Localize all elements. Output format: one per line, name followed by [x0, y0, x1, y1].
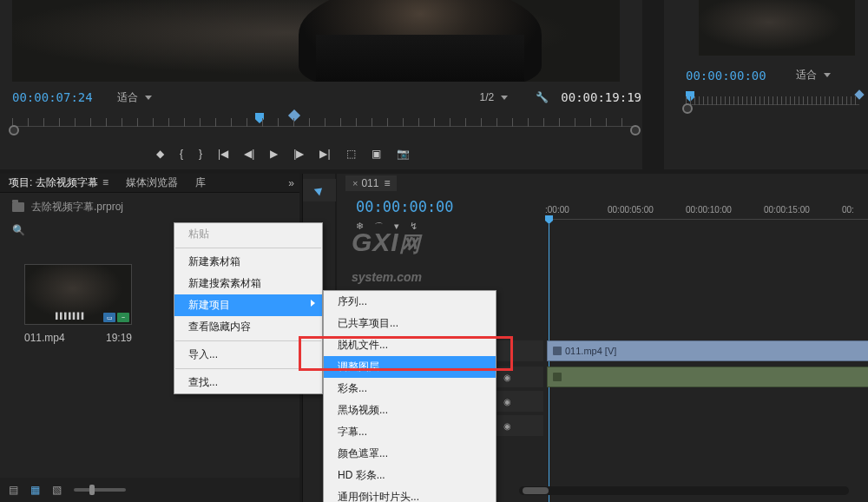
overflow-icon[interactable]: »: [288, 177, 294, 189]
ruler-tick-label: :00:00: [545, 205, 569, 215]
program-video-preview[interactable]: [699, 0, 855, 56]
clip-label: 011.mp4 [V]: [565, 346, 616, 356]
submenu-shared-project[interactable]: 已共享项目...: [324, 313, 496, 334]
insert-icon[interactable]: ⬚: [346, 148, 356, 160]
thumbnail-name: 011.mp4: [24, 332, 65, 344]
icon-view-icon[interactable]: ▦: [30, 484, 40, 496]
overwrite-icon[interactable]: ▣: [372, 148, 381, 160]
source-scroll-right-handle[interactable]: [630, 125, 641, 135]
step-back-icon[interactable]: ◀|: [244, 148, 254, 160]
ruler-tick-label: 00:00:10:00: [686, 205, 732, 215]
tab-project[interactable]: 项目: 去除视频字幕 ≡: [0, 173, 117, 193]
submenu-black-video[interactable]: 黑场视频...: [324, 400, 496, 421]
timeline-ruler[interactable]: :00:00 00:00:05:00 00:00:10:00 00:00:15:…: [545, 205, 868, 228]
submenu-bars[interactable]: 彩条...: [324, 378, 496, 400]
audio-badge-icon: ~: [117, 313, 129, 322]
tab-library[interactable]: 库: [187, 173, 214, 193]
clip-thumbnail[interactable]: ▌▌▌▌▌▌▌ ▭ ~: [24, 264, 132, 325]
audio-clip[interactable]: [547, 367, 868, 387]
play-icon[interactable]: ▶: [270, 148, 278, 160]
menu-new-bin[interactable]: 新建素材箱: [174, 251, 322, 273]
step-forward-icon[interactable]: |▶: [293, 148, 304, 160]
ruler-tick-label: 00:: [842, 205, 854, 215]
source-playback-controls: ◆ { } |◀ ◀| ▶ |▶ ▶| ⬚ ▣ 📷: [156, 148, 410, 160]
source-fit-dropdown[interactable]: 适合: [112, 90, 157, 105]
selection-tool-icon[interactable]: [303, 179, 336, 201]
program-timecode[interactable]: 00:00:00:00: [686, 69, 766, 83]
timeline-timecode[interactable]: 00:00:00:00: [356, 198, 454, 215]
video-badge-icon: ▭: [103, 313, 115, 322]
lower-panel-tabs: 项目: 去除视频字幕 ≡ 媒体浏览器 库 »: [0, 174, 299, 193]
source-ratio-dropdown[interactable]: 1/2: [475, 91, 514, 103]
menu-find[interactable]: 查找...: [174, 372, 322, 393]
submenu-countdown[interactable]: 通用倒计时片头...: [324, 486, 496, 502]
sequence-tab[interactable]: × 011 ≡: [345, 175, 397, 191]
zoom-slider[interactable]: [74, 488, 126, 492]
close-icon[interactable]: ×: [352, 178, 358, 188]
wrench-icon[interactable]: 🔧: [536, 91, 549, 103]
menu-import[interactable]: 导入...: [174, 344, 322, 366]
source-duration: 00:00:19:19: [561, 90, 641, 104]
program-fit-dropdown[interactable]: 适合: [791, 68, 836, 83]
source-timeline-ruler[interactable]: [12, 113, 637, 139]
tab-media-browser[interactable]: 媒体浏览器: [117, 173, 187, 193]
solo-icon[interactable]: ◉: [503, 373, 511, 382]
timeline-scrollbar[interactable]: [519, 486, 849, 495]
freeform-view-icon[interactable]: ▧: [52, 484, 62, 496]
timeline-playhead-icon[interactable]: [545, 215, 553, 224]
source-timecode[interactable]: 00:00:07:24: [12, 90, 93, 104]
program-timeline-ruler[interactable]: [686, 91, 859, 117]
menu-new-item[interactable]: 新建项目: [174, 294, 322, 316]
project-bottom-bar: ▤ ▦ ▧: [0, 478, 299, 502]
go-to-out-icon[interactable]: ▶|: [319, 148, 330, 160]
mark-in-icon[interactable]: {: [180, 148, 183, 160]
playhead-line: [549, 224, 549, 502]
submenu-color-matte[interactable]: 颜色遮罩...: [324, 443, 496, 465]
source-video-preview[interactable]: [12, 0, 620, 82]
mark-out-icon[interactable]: }: [199, 148, 202, 160]
menu-paste: 粘贴: [174, 223, 322, 245]
submenu-sequence[interactable]: 序列...: [324, 291, 496, 313]
list-view-icon[interactable]: ▤: [9, 484, 18, 496]
thumbnail-duration: 19:19: [106, 332, 132, 344]
program-scroll-left-handle[interactable]: [682, 103, 693, 114]
source-in-marker-icon[interactable]: [288, 109, 300, 122]
tab-menu-icon[interactable]: ≡: [102, 176, 108, 188]
clip-fx-icon: [553, 373, 562, 381]
add-marker-icon[interactable]: ◆: [156, 148, 164, 160]
program-monitor-panel: 00:00:00:00 适合: [664, 0, 868, 169]
ruler-tick-label: 00:00:15:00: [764, 205, 810, 215]
go-to-in-icon[interactable]: |◀: [218, 148, 228, 160]
source-monitor-panel: 00:00:07:24 适合 1/2 🔧 00:00:19:19 ◆ { } |…: [0, 0, 642, 169]
menu-new-search-bin[interactable]: 新建搜索素材箱: [174, 273, 322, 294]
sequence-tab-menu-icon[interactable]: ≡: [384, 177, 390, 189]
solo-icon[interactable]: ◉: [503, 397, 511, 406]
search-icon[interactable]: 🔍: [12, 224, 25, 236]
snap-icon[interactable]: ❄: [356, 221, 364, 234]
project-folder-icon: [12, 202, 24, 212]
source-scroll-left-handle[interactable]: [9, 125, 19, 135]
project-file-name: 去除视频字幕.prproj: [31, 200, 123, 215]
submenu-adjustment-layer[interactable]: 调整图层...: [324, 356, 496, 378]
clip-fx-icon: [553, 347, 562, 355]
context-submenu-new-item: 序列... 已共享项目... 脱机文件... 调整图层... 彩条... 黑场视…: [323, 290, 496, 502]
settings-icon[interactable]: ↯: [410, 221, 418, 234]
submenu-captions[interactable]: 字幕...: [324, 421, 496, 443]
export-frame-icon[interactable]: 📷: [397, 148, 410, 160]
context-menu-main: 粘贴 新建素材箱 新建搜索素材箱 新建项目 查看隐藏内容 导入... 查找...: [174, 222, 323, 394]
menu-view-hidden[interactable]: 查看隐藏内容: [174, 316, 322, 338]
submenu-hd-bars[interactable]: HD 彩条...: [324, 465, 496, 486]
ruler-tick-label: 00:00:05:00: [608, 205, 654, 215]
submenu-offline-file[interactable]: 脱机文件...: [324, 334, 496, 356]
video-clip[interactable]: 011.mp4 [V]: [547, 340, 868, 361]
submenu-arrow-icon: [311, 300, 315, 307]
marker-icon[interactable]: ▾: [394, 221, 399, 234]
linked-selection-icon[interactable]: ⌒: [374, 221, 384, 234]
solo-icon[interactable]: ◉: [503, 421, 511, 431]
sequence-name: 011: [361, 177, 378, 189]
